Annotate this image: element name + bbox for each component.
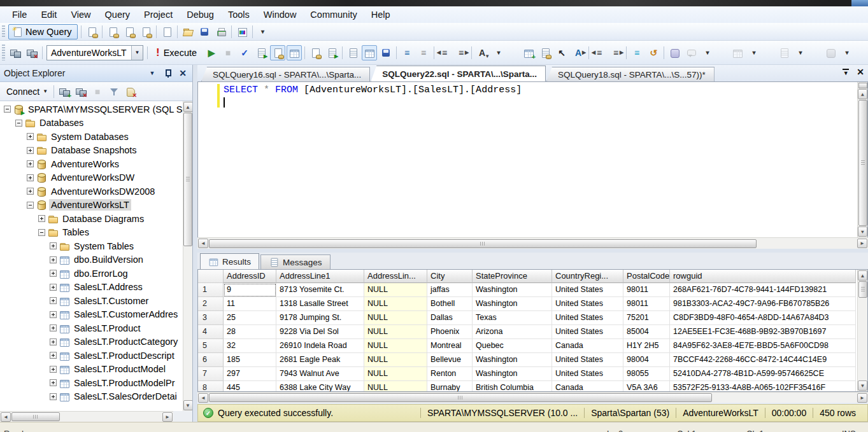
grid-cell[interactable]: jaffas [427, 283, 473, 297]
grid-cell[interactable]: 185 [224, 353, 276, 367]
grid-corner-cell[interactable] [198, 270, 224, 283]
available-databases-combobox[interactable]: AdventureWorksLT▼ [46, 45, 143, 60]
tree-item-system-databases[interactable]: System Databases [0, 130, 183, 144]
menu-tools[interactable]: Tools [221, 8, 257, 22]
grid-cell[interactable]: Bothell [427, 297, 473, 311]
tab-results[interactable]: Results [200, 253, 259, 269]
active-files-icon[interactable]: ▼ [841, 67, 850, 76]
grid-cell[interactable]: 9178 Jumping St. [276, 311, 364, 325]
object-explorer-hscrollbar[interactable]: ◄ ► [0, 411, 173, 422]
undo-format-icon[interactable]: ↺ [646, 45, 661, 60]
menu-window[interactable]: Window [257, 8, 304, 22]
parse-query-icon[interactable]: ✓ [237, 45, 252, 60]
tree-item-dbo-errorlog[interactable]: dbo.ErrorLog [0, 267, 183, 281]
grid-cell[interactable]: United States [552, 283, 623, 297]
include-actual-plan-icon[interactable]: ▶ [324, 45, 339, 60]
tree-item-database-diagrams[interactable]: Database Diagrams [0, 212, 183, 226]
new-query-button[interactable]: ✳ New Query [8, 24, 78, 39]
grid-cell[interactable]: 8713 Yosemite Ct. [276, 283, 364, 297]
grid-cell[interactable]: V5A 3A6 [623, 381, 670, 391]
print-icon[interactable] [213, 24, 229, 39]
expand-icon[interactable] [50, 379, 57, 386]
scroll-left-icon[interactable]: ◄ [1, 412, 11, 422]
tree-item-database-snapshots[interactable]: Database Snapshots [0, 144, 183, 158]
grid-cell[interactable]: C8DF3BD9-48F0-4654-A8DD-14A67A84D3 [670, 311, 856, 325]
decrease-indent-icon[interactable]: ≡◀ [437, 45, 452, 60]
scroll-up-icon[interactable]: ▲ [183, 102, 193, 112]
connect-button[interactable]: Connect ▼ [3, 85, 52, 98]
grid-cell[interactable]: Texas [473, 311, 552, 325]
object-explorer-vscrollbar[interactable]: ▲ ▼ [183, 101, 192, 411]
expand-icon[interactable] [27, 133, 34, 140]
grid-cell[interactable]: NULL [364, 339, 427, 353]
oe-disconnect-icon[interactable]: ✕ [73, 84, 89, 99]
new-xmla-query-icon[interactable] [138, 24, 153, 39]
column-header-rowguid[interactable]: rowguid [670, 270, 856, 283]
grid-cell[interactable]: 445 [224, 381, 276, 391]
increase-indent-icon[interactable]: ≡▶ [453, 45, 469, 60]
grid-cell[interactable]: United States [552, 353, 623, 367]
pointer-icon[interactable]: ↖ [554, 45, 569, 60]
grid-cell[interactable]: NULL [364, 325, 427, 339]
grid-cell[interactable]: Quebec [473, 339, 552, 353]
expand-icon[interactable] [50, 297, 57, 304]
grid-cell[interactable]: NULL [364, 283, 427, 297]
editor-hscrollbar[interactable]: ◄ ► [197, 237, 868, 249]
grid-cell[interactable]: 11 [224, 297, 276, 311]
grid-cell[interactable]: Bellevue [427, 353, 473, 367]
document-tab-3[interactable]: SQLQuery18.sql - SPARTA\...\S...57))* [546, 67, 715, 81]
expand-icon[interactable] [27, 147, 34, 154]
grid-cell[interactable]: Montreal [427, 339, 473, 353]
column-header-postalcode[interactable]: PostalCode [623, 270, 670, 283]
oe-stop-icon[interactable]: ■ [90, 84, 105, 99]
grid-cell[interactable]: Renton [427, 367, 473, 381]
insert-columns-icon[interactable]: + [521, 45, 536, 60]
expand-icon[interactable] [50, 256, 57, 263]
column-header-stateprovince[interactable]: StateProvince [473, 270, 552, 283]
tree-item-system-tables[interactable]: System Tables [0, 239, 183, 253]
new-file-icon[interactable] [159, 24, 174, 39]
grid-cell[interactable]: 9 [224, 283, 276, 297]
query-designer-icon[interactable] [730, 45, 745, 60]
grid-cell[interactable]: 32 [224, 339, 276, 353]
comment-selection-icon[interactable]: ≡ [399, 45, 415, 60]
new-mdx-query-icon[interactable] [105, 24, 120, 39]
tree-item-adventureworksdw2008[interactable]: AdventureWorksDW2008 [0, 185, 183, 199]
scroll-thumb[interactable] [858, 100, 867, 226]
uncomment-selection-icon[interactable]: ≡ [416, 45, 431, 60]
results-to-grid-icon[interactable] [362, 45, 377, 60]
estimated-execution-plan-icon[interactable]: ▶ [253, 45, 269, 60]
scroll-down-icon[interactable]: ▼ [858, 380, 867, 391]
analyze-query-dta-icon[interactable] [270, 45, 285, 60]
grid-cell[interactable]: 75201 [623, 311, 670, 325]
grid-cell[interactable]: Canada [552, 381, 623, 391]
grid-cell[interactable]: 268AF621-76D7-4C78-9441-144FD139821 [670, 283, 856, 297]
column-header-addressline1[interactable]: AddressLine1 [276, 270, 364, 283]
tab-messages[interactable]: Messages [260, 254, 331, 269]
save-icon[interactable] [197, 24, 212, 39]
grid-cell[interactable]: NULL [364, 381, 427, 391]
grid-cell[interactable]: 12AE5EE1-FC3E-468B-9B92-3B970B1697 [670, 325, 856, 339]
grid-cell[interactable]: United States [552, 367, 623, 381]
menu-view[interactable]: View [64, 8, 97, 22]
execute-button[interactable]: !Execute [150, 45, 203, 61]
grid-cell[interactable]: 7943 Walnut Ave [276, 367, 364, 381]
grid-cell[interactable]: 85004 [623, 325, 670, 339]
row-number-cell[interactable]: 6 [198, 353, 224, 367]
line-spacing-icon[interactable]: ≡ [629, 45, 644, 60]
grid-cell[interactable]: 6388 Lake City Way [276, 381, 364, 391]
change-type-icon[interactable] [537, 45, 553, 60]
specify-template-values-icon[interactable] [308, 45, 323, 60]
expand-icon[interactable] [50, 366, 57, 373]
grid-cell[interactable]: 25 [224, 311, 276, 325]
scroll-thumb[interactable] [209, 393, 712, 402]
grid-cell[interactable]: 98055 [623, 367, 670, 381]
new-database-engine-query-icon[interactable] [84, 24, 99, 39]
results-to-file-icon[interactable] [378, 45, 394, 60]
window-position-icon[interactable]: ▼ [146, 68, 158, 78]
grid-cell[interactable]: 84A95F62-3AE8-4E7E-BBD5-5A6F00CD98 [670, 339, 856, 353]
grid-cell[interactable]: United States [552, 311, 623, 325]
expand-icon[interactable] [50, 284, 57, 291]
tree-item-adventureworkslt[interactable]: AdventureWorksLT [0, 199, 183, 213]
grid-cell[interactable]: Washington [473, 283, 552, 297]
